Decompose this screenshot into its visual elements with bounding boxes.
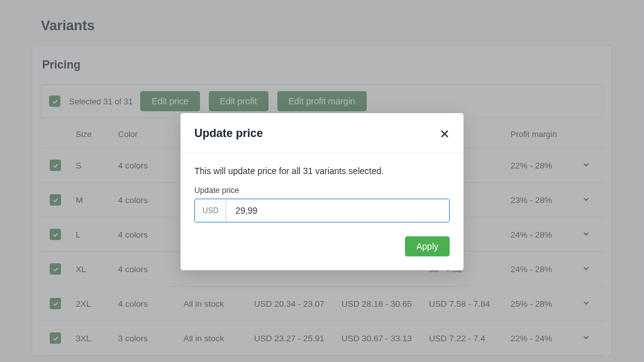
- price-input[interactable]: [226, 199, 449, 222]
- modal-description: This will update price for all 31 varian…: [194, 166, 450, 176]
- apply-button[interactable]: Apply: [405, 236, 450, 256]
- update-price-modal: Update price This will update price for …: [180, 113, 464, 270]
- price-input-group: USD: [194, 199, 450, 222]
- modal-title: Update price: [194, 127, 263, 140]
- modal-overlay[interactable]: Update price This will update price for …: [0, 0, 644, 362]
- currency-prefix: USD: [195, 199, 226, 222]
- close-icon[interactable]: [440, 129, 450, 139]
- price-field-label: Update price: [194, 186, 450, 195]
